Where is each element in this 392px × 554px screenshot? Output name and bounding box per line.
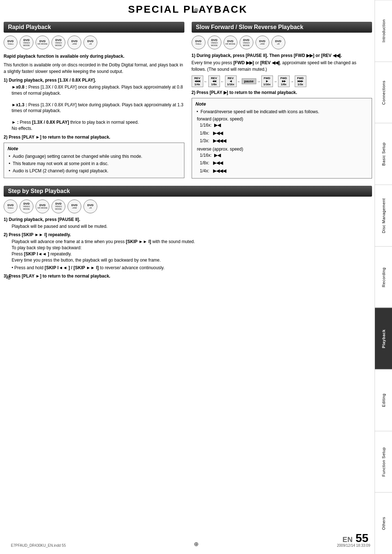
right-sidebar: Introduction Connections Basic Setup Dis… (375, 0, 392, 554)
step-step2-header: 2) Press [SKIP ►► I] repeatedly. (4, 232, 372, 237)
sidebar-tab-basic-setup[interactable]: Basic Setup (375, 123, 392, 185)
step-backward-detail: Every time you press the button, the pla… (4, 257, 372, 263)
sidebar-tab-playback[interactable]: Playback (375, 308, 392, 369)
rapid-playback-header: Rapid Playback (4, 22, 184, 33)
page-footer: E7PFAUD_DR430KU_EN.indd 55 2009/12/14 18… (11, 543, 370, 547)
slow-note-reverse-header: reverse (approx. speed) (196, 147, 368, 152)
rapid-note-item-2: This feature may not work at some point … (8, 160, 180, 167)
speed-diagram: REV ◀◀◀ 1/4x ← REV ◀◀ 1/8x ← REV ◀ 1/16x… (192, 75, 372, 87)
slow-dvd-badge-video-mode: DVD VIDEO MODE (208, 36, 221, 49)
page-number-area: EN 55 (343, 532, 368, 545)
speed-cell-1-8x-fwd: FWD ▶▶ 1/8x (278, 75, 290, 87)
rapid-arrow-item: ► : Press [1.3X / 0.8X PLAY] thrice to p… (4, 119, 184, 132)
step-by-step-section: Step by Step Playback DVD Video DVD VIDE… (4, 186, 372, 279)
page-title: SPECIAL PLAYBACK (4, 4, 372, 15)
step-dvd-badge-video: DVD Video (4, 200, 17, 213)
speed-cell-1-3x-fwd: FWD ▶▶▶ 1/3x (295, 75, 306, 87)
step-dvd-badge-video-mode: DVD VIDEO MODE (20, 200, 33, 213)
step-step3-header: 3) Press [PLAY ►] to return to the norma… (4, 274, 372, 279)
slow-dvd-badge-rw: DVD +RW (256, 36, 269, 49)
slow-playback-dvd-badges: DVD Video DVD VIDEO MODE DVD VR MODE DVD… (192, 36, 372, 49)
slow-dvd-badge-video: DVD Video (192, 36, 205, 49)
step-step1-text: Playback will be paused and sound will b… (4, 223, 372, 230)
rapid-step1-header: 1) During playback, press [1.3X / 0.8X P… (4, 78, 184, 83)
sidebar-tab-disc-management[interactable]: Disc Management (375, 185, 392, 246)
slow-step2-header: 2) Press [PLAY ▶] to return to the norma… (192, 90, 372, 95)
step-backward-text: To play back step by step backward: (4, 245, 372, 251)
step-step1-header: 1) During playback, press [PAUSE II]. (4, 217, 372, 222)
rapid-x13-item: ►x1.3 : Press [1.3X / 0.8X PLAY] twice d… (4, 102, 184, 114)
step-dvd-badge-video-mode-2: DVD VIDEO MODE (52, 200, 65, 213)
slow-playback-section: Slow Forward / Slow Reverse Playback DVD… (192, 22, 372, 178)
step-hold-text: • Press and hold [SKIP I◄◄ ] / [SKIP ►► … (4, 265, 372, 271)
speed-cell-1-16x-fwd: FWD ▶ 1/16x (261, 75, 273, 87)
slow-dvd-badge-r: DVD +R (271, 36, 285, 49)
dvd-badge-video: DVD Video (4, 36, 17, 49)
slow-note-reverse-speeds: 1/16x: ▶◀ 1/8x: ▶◀◀ 1/4x: ▶◀◀◀ (196, 152, 368, 175)
sidebar-tab-function-setup[interactable]: Function Setup (375, 431, 392, 493)
two-column-layout: Rapid Playback DVD Video DVD VIDEO MODE … (4, 22, 372, 178)
sidebar-tab-connections[interactable]: Connections (375, 62, 392, 123)
slow-step1-text: Every time you press [FWD ▶▶] or [REV ◀◀… (192, 59, 372, 73)
sidebar-tab-editing[interactable]: Editing (375, 369, 392, 431)
slow-step1-header: 1) During playback, press [PAUSE II]. Th… (192, 53, 372, 58)
rapid-intro-bold: Rapid playback function is available onl… (4, 53, 184, 59)
rapid-note-item-3: Audio is LPCM (2 channel) during rapid p… (8, 168, 180, 174)
rapid-note-box: Note Audio (language) setting cannot be … (4, 143, 184, 178)
step-dvd-badge-rw: DVD +RW (68, 200, 81, 213)
step-dvd-badge-vr-mode: DVD VR MODE (36, 200, 49, 213)
en-label: EN (343, 535, 353, 544)
speed-cell-1-16x-rev: REV ◀ 1/16x (225, 75, 237, 87)
rapid-playback-section: Rapid Playback DVD Video DVD VIDEO MODE … (4, 22, 184, 178)
speed-cell-pause: pause (242, 78, 256, 84)
rapid-playback-dvd-badges: DVD Video DVD VIDEO MODE DVD VR MODE DVD… (4, 36, 184, 49)
page-number: 55 (355, 532, 368, 545)
sidebar-tab-others[interactable]: Others (375, 492, 392, 554)
slow-playback-header: Slow Forward / Slow Reverse Playback (192, 22, 372, 33)
dvd-badge-r: DVD +R (83, 36, 97, 49)
step-dvd-badge-r: DVD +R (83, 200, 97, 213)
speed-cell-1-8x-rev: REV ◀◀ 1/8x (208, 75, 220, 87)
sidebar-tab-recording[interactable]: Recording (375, 246, 392, 308)
rapid-note-item-1: Audio (language) setting cannot be chang… (8, 153, 180, 160)
slow-note-forward-speeds: 1/16x: ▶◀ 1/8x: ▶◀◀ 1/3x: ▶◀◀◀ (196, 122, 368, 145)
rapid-note-title: Note (8, 146, 180, 151)
slow-dvd-badge-video-mode-2: DVD VIDEO MODE (240, 36, 253, 49)
step-by-step-dvd-badges: DVD Video DVD VIDEO MODE DVD VR MODE DVD… (4, 200, 372, 213)
dvd-badge-video-mode: DVD VIDEO MODE (20, 36, 33, 49)
step-by-step-header: Step by Step Playback (4, 186, 372, 197)
dvd-badge-video-mode-2: DVD VIDEO MODE (52, 36, 65, 49)
dvd-badge-vr-mode: DVD VR MODE (36, 36, 49, 49)
slow-dvd-badge-vr-mode: DVD VR MODE (224, 36, 237, 49)
main-content: SPECIAL PLAYBACK Rapid Playback DVD Vide… (4, 4, 372, 279)
speed-cell-1-4x-rev: REV ◀◀◀ 1/4x (192, 75, 203, 87)
step-step2-text: Playback will advance one frame at a tim… (4, 239, 372, 245)
slow-note-title: Note (196, 101, 368, 107)
sidebar-tab-introduction[interactable]: Introduction (375, 0, 392, 62)
rapid-intro-text: This function is available only on discs… (4, 62, 184, 75)
footer-left: E7PFAUD_DR430KU_EN.indd 55 (11, 543, 66, 547)
rapid-step2-header: 2) Press [PLAY ►] to return to the norma… (4, 135, 184, 140)
slow-note-forward-header: forward (approx. speed) (196, 116, 368, 122)
step-backward-cmd: Press [SKIP I◄◄ ] repeatedly. (4, 251, 372, 257)
dvd-badge-rw: DVD +RW (68, 36, 81, 49)
rapid-x08-item: ►x0.8 : Press [1.3X / 0.8X PLAY] once du… (4, 84, 184, 97)
slow-note-item-1: Forward/reverse speed will be indicated … (196, 108, 368, 115)
slow-note-box: Note Forward/reverse speed will be indic… (192, 98, 372, 178)
